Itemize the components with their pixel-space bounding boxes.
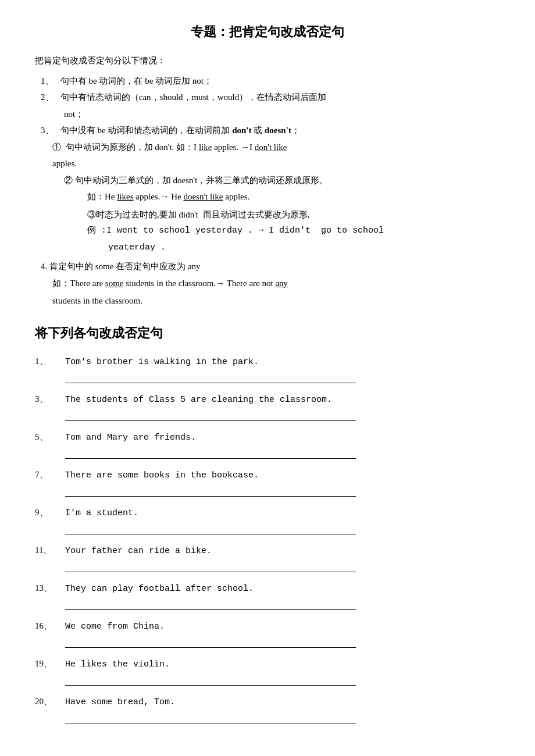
exercise-9-line: [65, 522, 356, 534]
subrule-1: ① 句中动词为原形的，加 don't. 如：I like apples. →I …: [52, 139, 500, 172]
exercise-16-num: 16、: [35, 621, 58, 632]
exercise-11-num: 11、: [35, 545, 58, 556]
exercise-20-line: [65, 711, 356, 723]
rule-3-text: 句中没有 be 动词和情态动词的，在动词前加 don't 或 doesn't；: [60, 126, 300, 135]
exercise-19-line: [65, 673, 356, 686]
exercise-7-num: 7、: [35, 469, 58, 480]
exercise-9-num: 9、: [35, 507, 58, 518]
exercise-3-num: 3、: [35, 394, 58, 405]
rule-1: 1、 句中有 be 动词的，在 be 动词后加 not；: [41, 73, 500, 90]
exercise-16: 16、 We come from China.: [35, 616, 500, 648]
exercise-5-sentence: 5、 Tom and Mary are friends.: [35, 432, 500, 446]
rule-2-cont: not；: [64, 109, 84, 119]
subrule-1-text: 句中动词为原形的，加 don't. 如：I like apples. →I do…: [66, 142, 287, 152]
exercise-7: 7、 There are some books in the bookcase.: [35, 465, 500, 497]
exercise-20-text: Have some bread, Tom.: [65, 697, 175, 707]
exercise-13-num: 13、: [35, 583, 58, 594]
exercise-7-line: [65, 484, 356, 497]
exercise-20-sentence: 20、 Have some bread, Tom.: [35, 696, 500, 711]
exercise-13: 13、 They can play football after school.: [35, 578, 500, 610]
subrule-2-prefix: ②: [64, 176, 73, 185]
exercise-13-sentence: 13、 They can play football after school.: [35, 583, 500, 597]
rule-2-text: 句中有情态动词的（can，should，must，would），在情态动词后面加: [60, 92, 327, 102]
subrule-3-example-cont: yeaterday .: [87, 243, 166, 252]
subrule-2-example-text: 如：He likes apples.→ He doesn't like appl…: [87, 192, 249, 201]
exercise-5-line: [65, 446, 356, 459]
exercise-11-text: Your father can ride a bike.: [65, 546, 212, 556]
exercise-3-line: [65, 408, 356, 421]
rule-4-example-cont: students in the classroom.: [52, 296, 142, 305]
page-title: 专题：把肯定句改成否定句: [35, 23, 500, 41]
exercise-19-sentence: 19、 He likes the violin.: [35, 658, 500, 673]
exercise-3-text: The students of Class 5 are cleaning the…: [65, 395, 332, 405]
subrule-1-prefix: ①: [52, 142, 61, 152]
subrule-3-example: 例 :I went to school yesterday . → I didn…: [87, 223, 500, 256]
exercise-20-num: 20、: [35, 696, 58, 707]
exercise-16-text: We come from China.: [65, 622, 165, 632]
rule-3-num: 3、: [41, 126, 54, 135]
exercise-5-num: 5、: [35, 432, 58, 443]
exercise-1-sentence: 1、 Tom's brother is walking in the park.: [35, 356, 500, 370]
subrule-3-example-text: 例 :I went to school yesterday . → I didn…: [87, 226, 384, 236]
exercise-5: 5、 Tom and Mary are friends.: [35, 427, 500, 459]
exercise-20: 20、 Have some bread, Tom.: [35, 691, 500, 723]
exercise-9-sentence: 9、 I'm a student.: [35, 507, 500, 522]
exercise-7-sentence: 7、 There are some books in the bookcase.: [35, 469, 500, 484]
exercise-1-text: Tom's brother is walking in the park.: [65, 357, 259, 367]
rule-1-num: 1、: [41, 76, 54, 85]
exercises-list: 1、 Tom's brother is walking in the park.…: [35, 351, 500, 723]
section-title: 将下列各句改成否定句: [35, 324, 500, 342]
intro-label: 把肯定句改成否定句分以下情况：: [35, 52, 500, 69]
exercise-11-sentence: 11、 Your father can ride a bike.: [35, 545, 500, 559]
exercise-9: 9、 I'm a student.: [35, 502, 500, 534]
rule-2-num: 2、: [41, 92, 54, 102]
exercise-3: 3、 The students of Class 5 are cleaning …: [35, 389, 500, 421]
subrule-1-cont: apples.: [52, 159, 77, 168]
subrule-2: ② 句中动词为三单式的，加 doesn't，并将三单式的动词还原成原形。: [64, 172, 500, 189]
subrule-3: ③时态为过去时的,要加 didn't 而且动词过去式要改为原形,: [87, 206, 500, 223]
exercise-7-text: There are some books in the bookcase.: [65, 470, 259, 480]
subrule-2-example: 如：He likes apples.→ He doesn't like appl…: [87, 188, 500, 206]
exercise-1-line: [65, 370, 356, 383]
exercise-3-sentence: 3、 The students of Class 5 are cleaning …: [35, 394, 500, 408]
exercise-11-line: [65, 559, 356, 572]
exercise-11: 11、 Your father can ride a bike.: [35, 540, 500, 572]
exercise-19-text: He likes the violin.: [65, 659, 170, 669]
exercise-19-num: 19、: [35, 658, 58, 669]
exercise-1-num: 1、: [35, 356, 58, 367]
exercise-13-line: [65, 597, 356, 610]
rule-4-text: 4. 肯定句中的 some 在否定句中应改为 any: [41, 262, 201, 271]
exercise-16-sentence: 16、 We come from China.: [35, 621, 500, 635]
rule-4-example-text: 如：There are some students in the classro…: [52, 279, 288, 288]
exercise-5-text: Tom and Mary are friends.: [65, 433, 196, 443]
rule-2: 2、 句中有情态动词的（can，should，must，would），在情态动词…: [41, 89, 500, 122]
exercise-9-text: I'm a student.: [65, 508, 138, 518]
subrule-2-text: 句中动词为三单式的，加 doesn't，并将三单式的动词还原成原形。: [75, 176, 329, 185]
subrule-3-text: ③时态为过去时的,要加 didn't 而且动词过去式要改为原形,: [87, 210, 309, 219]
exercise-16-line: [65, 635, 356, 648]
rule-4: 4. 肯定句中的 some 在否定句中应改为 any: [41, 258, 500, 275]
rule-1-text: 句中有 be 动词的，在 be 动词后加 not；: [60, 76, 212, 85]
exercise-1: 1、 Tom's brother is walking in the park.: [35, 351, 500, 383]
exercise-19: 19、 He likes the violin.: [35, 654, 500, 686]
rule-3: 3、 句中没有 be 动词和情态动词的，在动词前加 don't 或 doesn'…: [41, 122, 500, 139]
exercise-13-text: They can play football after school.: [65, 584, 254, 594]
rule-4-example: 如：There are some students in the classro…: [52, 275, 500, 311]
